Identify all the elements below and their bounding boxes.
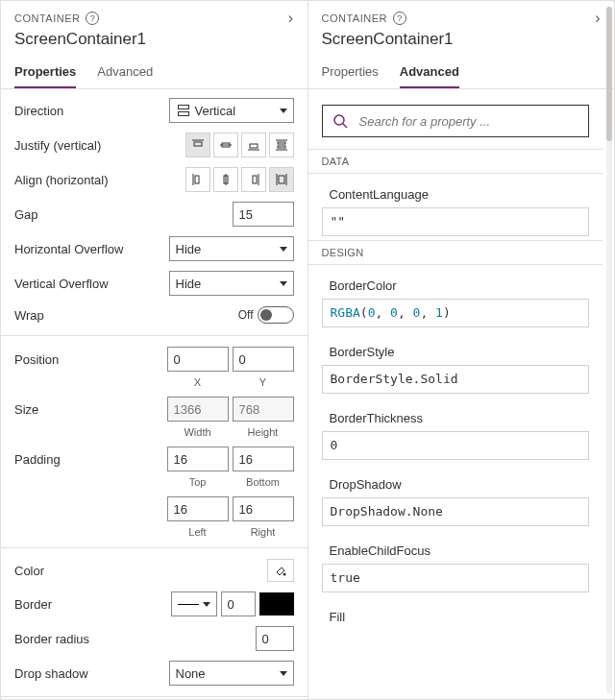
border-color-picker[interactable] (259, 592, 294, 616)
padding-left-sublabel: Left (167, 526, 229, 538)
property-value[interactable]: BorderStyle.Solid (322, 365, 590, 394)
property-search[interactable] (322, 105, 590, 137)
advanced-property: DropShadowDropShadow.None (308, 464, 603, 530)
justify-space-button[interactable] (269, 133, 294, 157)
padding-bottom-input[interactable] (233, 447, 294, 471)
tabs: Properties Advanced (308, 59, 615, 89)
property-value[interactable]: true (322, 564, 590, 592)
v-overflow-label: Vertical Overflow (14, 277, 169, 291)
svg-rect-15 (253, 176, 257, 183)
size-label: Size (14, 402, 167, 417)
advanced-panel: CONTAINER ? › ScreenContainer1 Propertie… (308, 1, 615, 699)
svg-rect-11 (195, 176, 199, 183)
property-name[interactable]: Fill (322, 604, 590, 630)
tab-advanced[interactable]: Advanced (97, 59, 153, 88)
property-value[interactable]: DropShadow.None (322, 497, 590, 526)
advanced-property: BorderThickness0 (308, 398, 603, 464)
wrap-state: Off (238, 308, 254, 322)
color-label: Color (14, 564, 267, 578)
drop-shadow-select[interactable]: None (169, 661, 294, 686)
svg-rect-18 (279, 176, 284, 183)
border-label: Border (14, 597, 171, 612)
property-name[interactable]: BorderStyle (322, 339, 590, 365)
padding-right-input[interactable] (233, 496, 294, 521)
padding-top-input[interactable] (167, 447, 229, 471)
justify-group (185, 133, 294, 157)
direction-label: Direction (14, 104, 169, 118)
align-start-button[interactable] (185, 167, 210, 192)
advanced-property: BorderColorRGBA(0, 0, 0, 1) (308, 265, 603, 331)
wrap-label: Wrap (14, 308, 238, 323)
tab-properties[interactable]: Properties (322, 59, 379, 88)
h-overflow-select[interactable]: Hide (169, 236, 294, 261)
wrap-toggle[interactable] (258, 306, 294, 324)
drop-shadow-label: Drop shadow (14, 666, 169, 681)
advanced-property: EnableChildFocustrue (308, 530, 603, 596)
help-icon[interactable]: ? (393, 12, 406, 25)
align-stretch-button[interactable] (269, 167, 294, 192)
size-h-sublabel: Height (233, 426, 294, 438)
chevron-down-icon (280, 281, 287, 286)
svg-rect-8 (278, 142, 285, 144)
property-name[interactable]: DropShadow (322, 471, 590, 497)
tab-properties[interactable]: Properties (14, 59, 76, 88)
property-value[interactable]: 0 (322, 431, 590, 460)
border-radius-label: Border radius (14, 632, 256, 646)
position-x-sublabel: X (167, 376, 229, 388)
property-value[interactable]: RGBA(0, 0, 0, 1) (322, 299, 590, 327)
svg-point-19 (283, 573, 285, 576)
padding-label: Padding (14, 452, 167, 467)
scrollbar[interactable] (606, 7, 612, 693)
align-group (185, 167, 294, 192)
control-name: ScreenContainer1 (322, 30, 602, 49)
size-w-sublabel: Width (167, 426, 229, 438)
properties-panel: CONTAINER ? › ScreenContainer1 Propertie… (1, 1, 308, 699)
category-header: DESIGN (308, 240, 603, 265)
tab-advanced[interactable]: Advanced (400, 59, 459, 88)
border-thickness-input[interactable] (221, 591, 256, 616)
color-picker[interactable] (267, 559, 294, 582)
gap-input[interactable] (233, 202, 294, 227)
position-y-sublabel: Y (233, 376, 294, 388)
chevron-down-icon (280, 247, 287, 252)
border-style-select[interactable] (171, 591, 217, 616)
justify-center-button[interactable] (213, 133, 238, 157)
control-type-label: CONTAINER (322, 12, 387, 24)
position-x-input[interactable] (167, 347, 229, 372)
padding-bottom-sublabel: Bottom (233, 476, 294, 488)
padding-left-input[interactable] (167, 496, 229, 521)
align-label: Align (horizontal) (14, 173, 185, 187)
property-name[interactable]: BorderThickness (322, 405, 590, 431)
align-center-button[interactable] (213, 167, 238, 192)
control-type-row: CONTAINER ? › (322, 11, 602, 26)
justify-end-button[interactable] (241, 133, 266, 157)
position-y-input[interactable] (233, 347, 294, 372)
v-overflow-select[interactable]: Hide (169, 271, 294, 296)
fill-icon (274, 564, 287, 577)
chevron-down-icon (280, 671, 287, 676)
size-height-input[interactable] (233, 397, 294, 422)
property-value[interactable]: "" (322, 207, 590, 236)
justify-start-button[interactable] (185, 133, 210, 157)
search-icon (332, 113, 348, 129)
align-end-button[interactable] (241, 167, 266, 192)
direction-select[interactable]: Vertical (169, 98, 294, 123)
property-name[interactable]: EnableChildFocus (322, 538, 590, 564)
svg-point-20 (334, 115, 344, 125)
chevron-right-icon[interactable]: › (288, 11, 294, 26)
padding-top-sublabel: Top (167, 476, 229, 488)
property-name[interactable]: BorderColor (322, 273, 590, 299)
help-icon[interactable]: ? (86, 12, 99, 25)
h-overflow-label: Horizontal Overflow (14, 242, 169, 256)
category-header: DATA (308, 149, 603, 174)
chevron-right-icon[interactable]: › (595, 11, 601, 26)
direction-icon (176, 105, 191, 116)
padding-right-sublabel: Right (233, 526, 294, 538)
size-width-input[interactable] (167, 397, 229, 422)
property-name[interactable]: ContentLanguage (322, 181, 590, 207)
svg-rect-5 (250, 144, 258, 148)
position-label: Position (14, 352, 167, 367)
property-search-input[interactable] (357, 113, 579, 130)
scrollbar-thumb[interactable] (606, 7, 612, 141)
border-radius-input[interactable] (256, 626, 294, 651)
